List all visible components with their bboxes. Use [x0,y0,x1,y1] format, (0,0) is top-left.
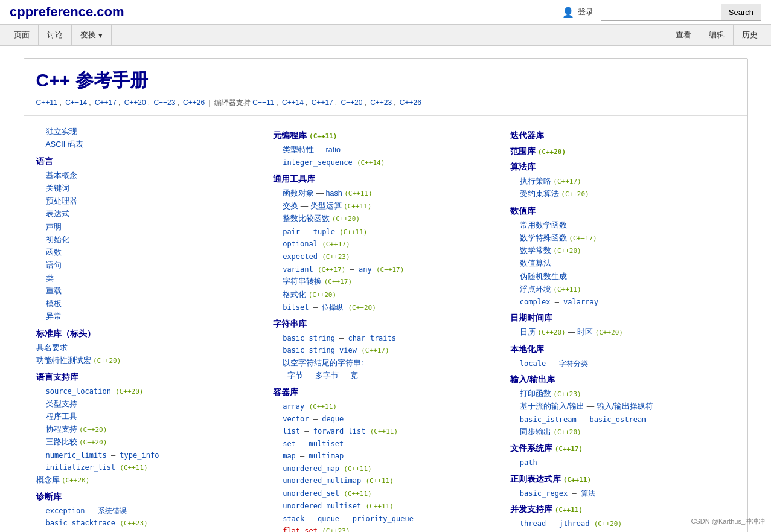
version-cpp11[interactable]: C++11 [36,98,58,107]
link-path[interactable]: path [510,457,735,469]
link-list[interactable]: list — forward_list (C++11) [273,425,498,438]
link-optional[interactable]: optional (C++17) [273,238,498,251]
link-overloading[interactable]: 重载 [36,285,261,298]
link-basic-regex[interactable]: basic_regex — 算法 [510,487,735,499]
link-classes[interactable]: 类 [36,272,261,285]
link-bitset[interactable]: bitset — 位操纵 (C++20) [273,301,498,314]
section-diagnostics: 诊断库 [36,492,261,502]
link-array[interactable]: array (C++11) [273,400,498,413]
link-statements[interactable]: 语句 [36,259,261,272]
link-stack-queue[interactable]: stack — queue — priority_queue [273,513,498,525]
col-1: 独立实现 ASCII 码表 语言 基本概念 关键词 预处理器 表达式 声明 初始… [30,122,267,532]
link-map-multimap[interactable]: map — multimap [273,450,498,462]
link-variant[interactable]: variant (C++17) — any (C++17) [273,263,498,276]
link-unordered-multiset[interactable]: unordered_multiset (C++11) [273,500,498,513]
tab-page[interactable]: 页面 [5,25,39,45]
compiler-cpp11[interactable]: C++11 [252,98,274,107]
link-preprocessor[interactable]: 预处理器 [36,195,261,208]
compiler-cpp26[interactable]: C++26 [400,98,421,107]
link-pseudo-random[interactable]: 伪随机数生成 [510,271,735,283]
link-unordered-set[interactable]: unordered_set (C++11) [273,487,498,500]
search-input[interactable] [601,4,721,21]
link-locale[interactable]: locale — 字符分类 [510,357,735,370]
link-exception[interactable]: exception — 系统错误 [36,505,261,517]
page-title: C++ 参考手册 [36,68,735,93]
link-unordered-multimap[interactable]: unordered_multimap (C++11) [273,475,498,487]
search-button[interactable]: Search [721,4,761,21]
link-numeric-limits[interactable]: numeric_limits — type_info [36,449,261,461]
version-cpp26[interactable]: C++26 [183,98,205,107]
page-header: C++ 参考手册 C++11, C++14, C++17, C++20, C++… [24,59,747,116]
link-special-math[interactable]: 数学特殊函数 (C++17) [510,232,735,245]
link-numeric-algo[interactable]: 数值算法 [510,257,735,270]
link-integer-sequence[interactable]: integer_sequence (C++14) [273,156,498,169]
login-area[interactable]: 👤 登录 [562,7,593,18]
tab-edit[interactable]: 编辑 [700,25,733,45]
link-initializer-list[interactable]: initializer_list (C++11) [36,461,261,474]
link-constrained[interactable]: 受约束算法 (C++20) [510,188,735,200]
link-math-constants[interactable]: 数学常数 (C++20) [510,245,735,257]
link-basic-stacktrace[interactable]: basic_stacktrace (C++23) [36,517,261,530]
section-meta: 元编程库 (C++11) [273,130,498,141]
link-initialization[interactable]: 初始化 [36,234,261,246]
link-float-env[interactable]: 浮点环境 (C++11) [510,283,735,296]
link-null-term[interactable]: 以空字符结尾的字符串: [273,357,498,370]
link-complex-valarray[interactable]: complex — valarray [510,296,735,308]
link-string-view[interactable]: basic_string_view (C++17) [273,344,498,357]
link-calendar-tz[interactable]: 日历 (C++20) — 时区 (C++20) [510,326,735,339]
login-label[interactable]: 登录 [578,7,593,18]
tab-discuss[interactable]: 讨论 [39,25,72,45]
link-sync-output[interactable]: 同步输出 (C++20) [510,426,735,438]
link-swap[interactable]: 交换 — 类型运算 (C++11) [273,200,498,213]
section-datetime: 日期时间库 [510,313,735,324]
link-concepts[interactable]: 概念库 (C++20) [36,474,261,487]
link-expected[interactable]: expected (C++23) [273,251,498,263]
link-expressions[interactable]: 表达式 [36,208,261,220]
link-integer-cmp[interactable]: 整数比较函数 (C++20) [273,213,498,225]
link-source-location[interactable]: source_location (C++20) [36,385,261,398]
version-cpp14[interactable]: C++14 [65,98,87,107]
version-cpp23[interactable]: C++23 [153,98,175,107]
link-exceptions[interactable]: 异常 [36,310,261,323]
tab-view[interactable]: 查看 [667,25,700,45]
link-vector-deque[interactable]: vector — deque [273,413,498,425]
link-templates[interactable]: 模板 [36,298,261,310]
link-exec-policy[interactable]: 执行策略 (C++17) [510,175,735,188]
link-feature-test[interactable]: 功能特性测试宏 (C++20) [36,354,261,367]
link-unordered-map[interactable]: unordered_map (C++11) [273,463,498,475]
compiler-cpp14[interactable]: C++14 [282,98,304,107]
link-basic-string[interactable]: basic_string — char_traits [273,332,498,344]
version-cpp17[interactable]: C++17 [95,98,117,107]
compiler-cpp23[interactable]: C++23 [370,98,392,107]
link-set-multiset[interactable]: set — multiset [273,438,498,450]
link-formatting[interactable]: 格式化 (C++20) [273,289,498,301]
version-cpp20[interactable]: C++20 [124,98,146,107]
link-program-utils[interactable]: 程序工具 [36,411,261,423]
link-atomic[interactable]: atomic — atomic_flag [510,530,735,532]
link-ascii[interactable]: ASCII 码表 [36,138,261,151]
link-stream-io[interactable]: 基于流的输入/输出 — 输入/输出操纵符 [510,400,735,413]
tab-history[interactable]: 历史 [733,25,766,45]
link-print[interactable]: 打印函数 (C++23) [510,388,735,400]
compiler-cpp17[interactable]: C++17 [312,98,333,107]
section-iterator: 迭代器库 [510,130,735,141]
link-three-way[interactable]: 三路比较 (C++20) [36,436,261,449]
link-standalone[interactable]: 独立实现 [36,126,261,138]
link-flat-set[interactable]: flat_set (C++23) [273,525,498,532]
link-common-math[interactable]: 常用数学函数 [510,219,735,232]
link-coroutine[interactable]: 协程支持 (C++20) [36,423,261,436]
link-declarations[interactable]: 声明 [36,221,261,234]
link-keywords[interactable]: 关键词 [36,182,261,195]
link-istream-ostream[interactable]: basic_istream — basic_ostream [510,414,735,426]
link-functions[interactable]: 函数 [36,246,261,259]
tab-transform[interactable]: 变换 ▾ [72,25,112,45]
link-function-objects[interactable]: 函数对象 — hash (C++11) [273,187,498,200]
link-named-req[interactable]: 具名要求 [36,342,261,354]
link-type-support[interactable]: 类型支持 [36,398,261,411]
link-basic-concepts[interactable]: 基本概念 [36,170,261,182]
link-pair-tuple[interactable]: pair — tuple (C++11) [273,226,498,239]
link-byte-multi-wide[interactable]: 字节 — 多字节 — 宽 [273,370,498,382]
link-string-conv[interactable]: 字符串转换 (C++17) [273,275,498,288]
link-type-traits[interactable]: 类型特性 — ratio [273,144,498,156]
compiler-cpp20[interactable]: C++20 [341,98,362,107]
